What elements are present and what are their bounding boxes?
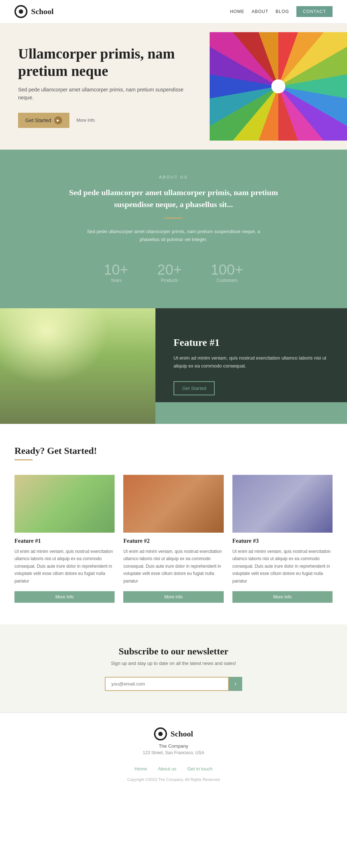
footer: School The Company 123 Street, San Franc… [0, 713, 347, 789]
stat-years: 10+ Years [104, 262, 128, 283]
feature-overlay-desc: Ut enim ad minim veniam, quis nostrud ex… [174, 354, 329, 370]
footer-company: The Company [14, 743, 333, 749]
card-2-title: Feature #2 [123, 538, 223, 544]
get-started-button[interactable]: Get Started ► [18, 113, 69, 128]
newsletter-title: Subscribe to our newsletter [14, 646, 333, 657]
arrow-icon: ► [54, 116, 62, 124]
hero-subtitle: Sed pede ullamcorper amet ullamcorper pr… [18, 86, 192, 102]
feature-get-started-button[interactable]: Get Started [174, 381, 215, 395]
card-2-image [123, 475, 223, 533]
footer-links: Home About us Get in touch [14, 766, 333, 772]
about-section: ABOUT US Sed pede ullamcorper amet ullam… [0, 150, 347, 308]
feature-image-content [0, 308, 155, 424]
newsletter-form: › [105, 677, 242, 691]
about-divider [164, 218, 183, 219]
hero-actions: Get Started ► More Info [18, 113, 192, 128]
feature-image [0, 308, 155, 424]
newsletter-email-input[interactable] [105, 677, 229, 691]
more-info-link[interactable]: More Info [77, 118, 95, 123]
footer-logo-text: School [171, 729, 193, 739]
pencils-graphic [210, 32, 347, 141]
hero-title: Ullamcorper primis, nam pretium neque [18, 45, 192, 80]
nav-contact-button[interactable]: CONTACT [296, 6, 333, 17]
card-3: Feature #3 Ut enim ad minim veniam, quis… [232, 475, 333, 603]
card-3-image [232, 475, 333, 533]
cards-grid: Feature #1 Ut enim ad minim veniam, quis… [14, 475, 333, 603]
cards-section-title: Ready? Get Started! [14, 446, 333, 456]
nav-about[interactable]: ABOUT [252, 9, 268, 14]
card-3-description: Ut enim ad minim veniam, quis nostrud ex… [232, 548, 333, 585]
stat-products-label: Products [157, 278, 182, 283]
feature-section: Feature #1 Ut enim ad minim veniam, quis… [0, 308, 347, 424]
card-2-more-info-button[interactable]: More Info [123, 591, 223, 603]
cards-section: Ready? Get Started! Feature #1 Ut enim a… [0, 424, 347, 624]
card-3-title: Feature #3 [232, 538, 333, 544]
logo-icon [14, 5, 27, 18]
nav-blog[interactable]: BLOG [276, 9, 289, 14]
stat-years-number: 10+ [104, 262, 128, 278]
footer-address: 123 Street, San Francisco, USA [14, 750, 333, 755]
footer-logo: School [14, 727, 333, 740]
feature-green-strip [155, 402, 347, 424]
stat-customers-label: Customers [211, 278, 243, 283]
card-1-description: Ut enim ad minim veniam, quis nostrud ex… [14, 548, 115, 585]
stat-products-number: 20+ [157, 262, 182, 278]
nav-links: HOME ABOUT BLOG CONTACT [230, 6, 333, 17]
card-2: Feature #2 Ut enim ad minim veniam, quis… [123, 475, 223, 603]
card-1-title: Feature #1 [14, 538, 115, 544]
card-1: Feature #1 Ut enim ad minim veniam, quis… [14, 475, 115, 603]
navbar: School HOME ABOUT BLOG CONTACT [0, 0, 347, 23]
stats-container: 10+ Years 20+ Products 100+ Customers [14, 262, 333, 283]
newsletter-submit-button[interactable]: › [229, 677, 242, 691]
card-1-more-info-button[interactable]: More Info [14, 591, 115, 603]
feature-overlay-title: Feature #1 [174, 337, 329, 348]
footer-copyright: Copyright ©2023 The Company. All Rights … [14, 777, 333, 782]
hero-image [210, 32, 347, 141]
cards-header: Ready? Get Started! [14, 446, 333, 460]
stat-years-label: Years [104, 278, 128, 283]
hero-section: Ullamcorper primis, nam pretium neque Se… [0, 23, 347, 150]
card-2-description: Ut enim ad minim veniam, quis nostrud ex… [123, 548, 223, 585]
footer-link-home[interactable]: Home [134, 766, 147, 772]
stat-customers: 100+ Customers [211, 262, 243, 283]
newsletter-description: Sign up and stay up to date on all the l… [14, 661, 333, 666]
cards-header-underline [14, 459, 33, 460]
hero-text: Ullamcorper primis, nam pretium neque Se… [0, 23, 210, 150]
footer-link-contact[interactable]: Get in touch [187, 766, 213, 772]
card-1-image [14, 475, 115, 533]
stat-products: 20+ Products [157, 262, 182, 283]
about-label: ABOUT US [14, 175, 333, 179]
about-title: Sed pede ullamcorper amet ullamcorper pr… [65, 186, 282, 210]
logo-text: School [31, 7, 53, 16]
about-description: Sed pede ullamcorper amet ullamcorper pr… [87, 228, 260, 244]
nav-home[interactable]: HOME [230, 9, 244, 14]
card-3-more-info-button[interactable]: More Info [232, 591, 333, 603]
footer-logo-icon [154, 727, 167, 740]
newsletter-section: Subscribe to our newsletter Sign up and … [0, 624, 347, 713]
footer-link-about[interactable]: About us [158, 766, 176, 772]
logo: School [14, 5, 53, 18]
stat-customers-number: 100+ [211, 262, 243, 278]
